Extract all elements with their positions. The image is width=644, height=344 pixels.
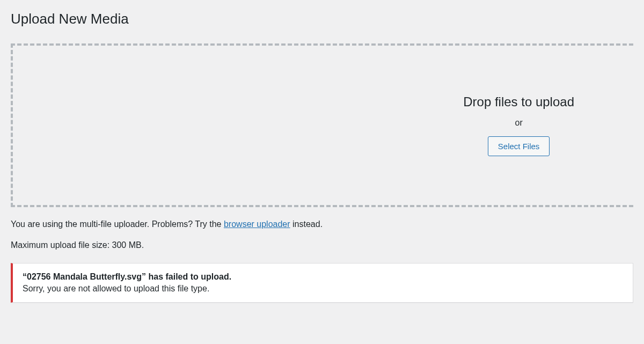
- uploader-info: You are using the multi-file uploader. P…: [11, 218, 633, 231]
- page-title: Upload New Media: [11, 11, 633, 27]
- drop-zone-or-label: or: [515, 118, 522, 128]
- max-upload-size-info: Maximum upload file size: 300 MB.: [11, 240, 633, 250]
- uploader-info-prefix: You are using the multi-file uploader. P…: [11, 219, 224, 229]
- upload-error-notice: “02756 Mandala Butterfly.svg” has failed…: [11, 263, 633, 303]
- drop-zone-content: Drop files to upload or Select Files: [463, 94, 574, 156]
- error-title: “02756 Mandala Butterfly.svg” has failed…: [23, 272, 623, 282]
- drop-zone-heading: Drop files to upload: [463, 94, 574, 109]
- file-drop-zone[interactable]: Drop files to upload or Select Files: [11, 43, 633, 207]
- select-files-button[interactable]: Select Files: [488, 136, 550, 156]
- uploader-info-suffix: instead.: [290, 219, 323, 229]
- browser-uploader-link[interactable]: browser uploader: [224, 219, 290, 229]
- error-message: Sorry, you are not allowed to upload thi…: [23, 284, 623, 294]
